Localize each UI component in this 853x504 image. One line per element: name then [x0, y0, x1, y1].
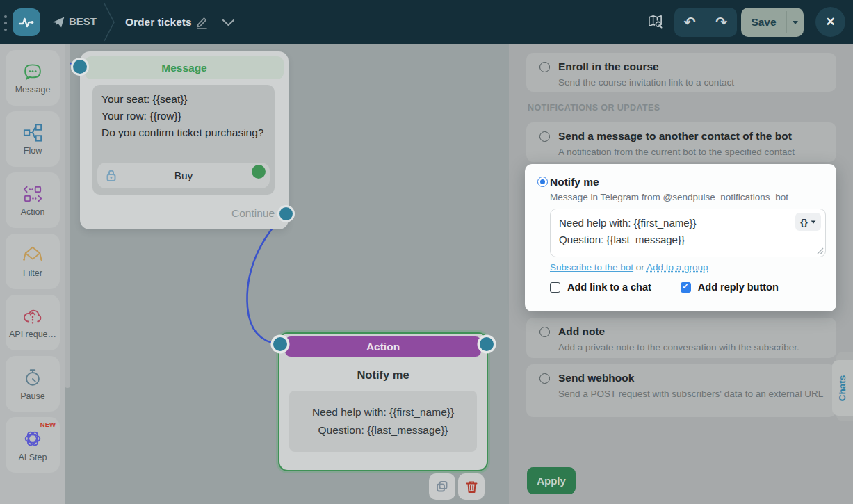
copy-icon	[436, 480, 448, 493]
chevron-down-icon	[793, 21, 798, 24]
radio-unselected[interactable]	[539, 327, 550, 337]
sidebar-item-pause[interactable]: Pause	[6, 356, 60, 412]
undo-icon: ↶	[684, 14, 696, 31]
buy-output-port[interactable]	[252, 165, 266, 179]
ai-step-icon	[22, 428, 43, 449]
bot-name[interactable]: BEST	[69, 15, 97, 27]
or-text: or	[636, 262, 644, 273]
chats-tab-label: Chats	[838, 375, 848, 401]
undo-button[interactable]: ↶	[674, 8, 706, 37]
option-add-note[interactable]: Add note Add a private note to the conve…	[526, 318, 836, 358]
action-node-title: Notify me	[279, 368, 487, 382]
breadcrumb-chevron-icon	[102, 2, 117, 42]
action-node-selected[interactable]: Action Notify me Need help with: {{first…	[278, 332, 488, 471]
close-icon: ✕	[825, 15, 835, 29]
message-node[interactable]: Message Your seat: {{seat}} Your row: {{…	[80, 51, 289, 229]
braces-icon: {}	[800, 217, 808, 227]
save-button[interactable]: Save	[741, 8, 786, 37]
element-sidebar: Message Flow Action	[0, 44, 65, 504]
subscribe-bot-link[interactable]: Subscribe to the bot	[550, 262, 633, 273]
sidebar-item-filter[interactable]: Filter	[6, 234, 60, 289]
notify-options-row: Add link to a chat Add reply button	[550, 282, 779, 293]
trash-icon	[466, 480, 478, 494]
action-node-header: Action	[285, 336, 481, 357]
action-output-port[interactable]	[480, 337, 494, 351]
add-link-to-chat-label: Add link to a chat	[567, 282, 651, 293]
buy-button-label: Buy	[174, 170, 193, 182]
continue-output-port[interactable]	[279, 207, 293, 220]
bot-links-row: Subscribe to the bot or Add to a group	[550, 262, 708, 273]
chevron-down-icon	[811, 220, 815, 223]
action-node-body: Need help with: {{first_name}} Question:…	[289, 391, 477, 452]
flow-icon	[22, 123, 43, 143]
action-input-port[interactable]	[273, 337, 287, 351]
filter-icon	[22, 245, 44, 265]
resize-handle-icon[interactable]	[817, 247, 824, 254]
message-input-port[interactable]	[73, 60, 87, 74]
message-bubble-icon	[22, 62, 43, 81]
add-to-group-link[interactable]: Add to a group	[647, 262, 708, 273]
notify-message-field-wrap: Need help with: {{first_name}} Question:…	[550, 209, 826, 257]
chats-tab[interactable]: Chats	[832, 360, 853, 416]
flow-title: Order tickets	[125, 16, 192, 29]
message-line: Do you confirm ticket purchasing?	[101, 124, 266, 141]
pause-timer-icon	[22, 367, 43, 388]
minimap-icon[interactable]	[647, 14, 663, 30]
radio-unselected[interactable]	[539, 62, 550, 72]
apply-button[interactable]: Apply	[527, 467, 576, 494]
save-options-button[interactable]	[787, 8, 804, 37]
sidebar-item-action[interactable]: Action	[6, 172, 60, 228]
lock-icon	[106, 169, 117, 182]
radio-selected[interactable]	[537, 177, 548, 187]
action-settings-panel: Enroll in the course Send the course inv…	[509, 44, 853, 504]
save-split-button: Save	[741, 8, 804, 37]
option-send-message-contact[interactable]: Send a message to another contact of the…	[526, 122, 836, 162]
sidebar-item-flow[interactable]: Flow	[6, 111, 60, 167]
message-node-header: Message	[85, 56, 284, 79]
variables-dropdown-button[interactable]: {}	[795, 213, 821, 231]
telegram-icon	[51, 15, 65, 29]
redo-button[interactable]: ↷	[706, 8, 738, 37]
notify-message-input[interactable]: Need help with: {{first_name}} Question:…	[550, 209, 826, 257]
section-label: NOTIFICATIONS OR UPDATES	[528, 103, 660, 113]
radio-unselected[interactable]	[539, 131, 550, 142]
message-line: Your seat: {{seat}}	[101, 91, 266, 108]
top-bar: BEST Order tickets ↶ ↷	[0, 0, 853, 44]
add-reply-button-checkbox[interactable]	[681, 282, 691, 293]
sidebar-item-api-request[interactable]: API reque…	[6, 295, 60, 350]
buy-quick-reply-button[interactable]: Buy	[97, 163, 270, 188]
option-notify-me-active[interactable]: Notify me Message in Telegram from @send…	[525, 164, 836, 311]
option-enroll-course[interactable]: Enroll in the course Send the course inv…	[526, 53, 836, 92]
radio-unselected[interactable]	[539, 373, 550, 384]
pulse-icon	[17, 13, 35, 31]
drag-handle-icon[interactable]	[4, 15, 7, 31]
action-icon	[22, 184, 43, 204]
duplicate-node-button[interactable]	[429, 473, 455, 500]
add-reply-button-label: Add reply button	[698, 282, 779, 293]
close-button[interactable]: ✕	[815, 7, 845, 37]
sendpulse-logo[interactable]	[13, 8, 40, 36]
add-link-to-chat-checkbox[interactable]	[550, 282, 560, 293]
sidebar-item-message[interactable]: Message	[6, 50, 60, 106]
flow-menu-chevron-icon[interactable]	[222, 19, 235, 26]
edit-title-icon[interactable]	[195, 15, 209, 29]
redo-icon: ↷	[715, 14, 727, 31]
delete-node-button[interactable]	[458, 473, 485, 500]
message-line: Your row: {{row}}	[101, 108, 266, 124]
api-request-icon	[22, 307, 44, 326]
sidebar-scroll-strip	[65, 44, 70, 388]
continue-output-label: Continue	[231, 207, 275, 220]
history-group: ↶ ↷	[674, 8, 737, 37]
flow-builder-app: BEST Order tickets ↶ ↷	[0, 0, 853, 504]
option-send-webhook[interactable]: Send webhook Send a POST request with su…	[526, 364, 836, 417]
sidebar-item-ai-step[interactable]: NEW AI Step	[6, 417, 60, 473]
new-badge: NEW	[40, 421, 56, 428]
